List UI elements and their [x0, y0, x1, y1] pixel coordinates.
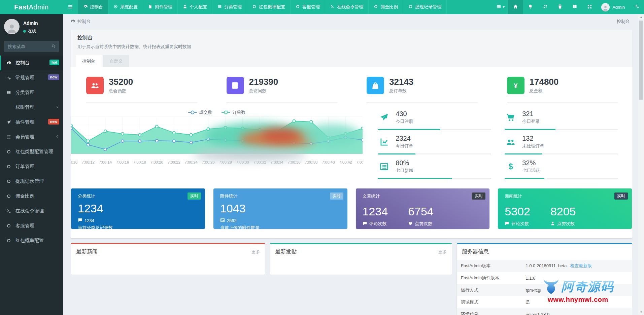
- top-menu-item-3[interactable]: 个人配置: [177, 0, 212, 14]
- sidebar-item-label: 插件管理: [15, 119, 34, 125]
- bottom-row: 最新新闻 更多 最新发贴 更多 服务器信息 FastAdmin版本 1.0.0.…: [71, 243, 632, 315]
- server-info-value: 1.1.6: [521, 272, 632, 284]
- navbar-actions: ▼ Admin: [493, 0, 644, 14]
- legend-item[interactable]: 成交数: [188, 109, 212, 115]
- mini-stat-0: 430 今日注册: [378, 110, 491, 130]
- refresh-button[interactable]: [538, 0, 552, 14]
- top-menu-item-2[interactable]: 附件管理: [143, 0, 177, 14]
- chart-row: 成交数 订单数 7:00:107:00:127:00:147:00:167:00…: [71, 103, 632, 179]
- infobox-3[interactable]: 新闻统计 实时 5302 评论次数 8205 点赞次数: [498, 188, 632, 229]
- sidebar-item-9[interactable]: 佣金比例: [0, 189, 63, 204]
- server-info-key: 运行方式: [457, 284, 521, 296]
- app-logo-bold: Fast: [14, 3, 29, 11]
- svg-text:¥: ¥: [514, 82, 518, 90]
- badge-hot: hot: [49, 60, 59, 65]
- realtime-badge: 实时: [472, 193, 485, 200]
- sidebar-item-6[interactable]: 红包类型配置管理: [0, 144, 63, 159]
- more-link[interactable]: 更多: [251, 249, 260, 255]
- circle-o-icon: [5, 223, 12, 228]
- clear-cache-button[interactable]: [552, 0, 567, 14]
- refresh-icon: [543, 4, 548, 10]
- stat-value: 35200: [109, 77, 133, 87]
- sidebar-item-3[interactable]: 权限管理: [0, 100, 63, 115]
- settings-button[interactable]: [629, 0, 644, 14]
- infobox-0[interactable]: 分类统计 实时 1234 1234 当前分类总记录数: [71, 188, 205, 229]
- card-body: [270, 260, 452, 275]
- circle-o-icon: [5, 238, 12, 243]
- server-info-key: 环境信息: [457, 308, 521, 315]
- top-menu-item-6[interactable]: 客服管理: [290, 0, 325, 14]
- more-link[interactable]: 更多: [438, 249, 447, 255]
- tab-1[interactable]: 自定义: [103, 55, 129, 67]
- user-menu[interactable]: Admin: [597, 0, 629, 14]
- avatar: [601, 3, 610, 11]
- home-button[interactable]: [508, 0, 523, 14]
- hamburger-icon: [68, 4, 73, 10]
- top-menu-item-5[interactable]: 红包概率配置: [247, 0, 290, 14]
- infobox-metric-label: 评论次数: [505, 221, 530, 227]
- top-menu-item-0[interactable]: 控制台: [78, 0, 108, 14]
- latest-posts-card: 最新发贴 更多: [270, 243, 452, 275]
- check-latest-link[interactable]: 检查最新版: [570, 263, 592, 268]
- sidebar-toggle-button[interactable]: [63, 0, 78, 14]
- infobox-2[interactable]: 文章统计 实时 1234 评论次数 6754 点赞次数: [356, 188, 490, 229]
- top-menu-item-8[interactable]: 佣金比例: [368, 0, 403, 14]
- scroll-down-button[interactable]: ▼: [638, 309, 644, 315]
- svg-text:$: $: [509, 162, 513, 171]
- infobox-metric: 8205 点赞次数: [550, 202, 576, 227]
- sidebar-item-label: 权限管理: [15, 104, 34, 110]
- top-menu-item-1[interactable]: 系统配置: [108, 0, 143, 14]
- expand-icon: [587, 4, 592, 10]
- sidebar-item-7[interactable]: 订单管理: [0, 159, 63, 174]
- sidebar-item-8[interactable]: 提现记录管理: [0, 174, 63, 189]
- sidebar-item-10[interactable]: 在线命令管理: [0, 204, 63, 218]
- stat-label: 总访问数: [249, 88, 278, 94]
- infobox-1[interactable]: 附件统计 实时 1043 2592 当前上传的附件数量: [213, 188, 347, 229]
- legend-item[interactable]: 订单数: [222, 109, 245, 115]
- infobox-value: 8205: [550, 205, 576, 218]
- sidebar-item-4[interactable]: 插件管理 new: [0, 115, 63, 130]
- fullscreen-button[interactable]: [582, 0, 597, 14]
- progress-bar: [505, 153, 618, 154]
- sidebar-item-0[interactable]: 控制台 hot: [0, 56, 63, 70]
- sidebar-item-11[interactable]: 客服管理: [0, 218, 63, 233]
- top-menu-label: 红包概率配置: [259, 4, 285, 10]
- server-info-key: 调试模式: [457, 296, 521, 308]
- search-icon[interactable]: [51, 44, 56, 49]
- th-list-icon: [5, 90, 12, 95]
- avatar[interactable]: [4, 19, 20, 34]
- legend-label: 订单数: [232, 109, 245, 115]
- chart-canvas[interactable]: 7:00:107:00:127:00:147:00:167:00:187:00:…: [71, 116, 363, 167]
- stat-value: 32143: [389, 77, 413, 87]
- infobox-metric: 6754 点赞次数: [408, 202, 434, 227]
- tab-0[interactable]: 控制台: [76, 55, 102, 67]
- mini-stat-label: 今日登录: [522, 118, 540, 125]
- infobox-foot: 2592: [220, 218, 341, 223]
- svg-text:7:00:24: 7:00:24: [185, 160, 198, 164]
- docs-button[interactable]: [567, 0, 582, 14]
- sidebar-item-12[interactable]: 红包概率配置: [0, 233, 63, 248]
- mini-stat-label: 七日新增: [396, 168, 413, 174]
- heart-icon: [408, 221, 413, 227]
- notifications-button[interactable]: [523, 0, 538, 14]
- scrollbar-thumb[interactable]: [639, 21, 643, 100]
- quick-menu-button[interactable]: ▼: [493, 0, 508, 14]
- sidebar-item-2[interactable]: 分类管理: [0, 85, 63, 100]
- orders-chart: 成交数 订单数 7:00:107:00:127:00:147:00:167:00…: [71, 109, 363, 179]
- app-logo[interactable]: FastAdmin: [0, 0, 63, 14]
- top-menu-item-4[interactable]: 分类管理: [212, 0, 247, 14]
- scroll-up-button[interactable]: ▲: [638, 14, 644, 20]
- sidebar-item-1[interactable]: 常规管理 new: [0, 70, 63, 85]
- svg-text:7:00:32: 7:00:32: [253, 160, 266, 164]
- breadcrumb-left[interactable]: 控制台: [70, 19, 91, 25]
- realtime-badge: 实时: [614, 193, 628, 200]
- top-menu-item-7[interactable]: 在线命令管理: [325, 0, 368, 14]
- infobox-metric-label: 点赞次数: [550, 221, 576, 227]
- sidebar-item-5[interactable]: 会员管理: [0, 130, 63, 144]
- top-menu-item-9[interactable]: 提现记录管理: [403, 0, 447, 14]
- mini-stat-value: 2324: [396, 135, 413, 142]
- search-input[interactable]: [4, 41, 59, 52]
- infobox-description: 当前上传的附件数量: [220, 225, 341, 231]
- page-scrollbar[interactable]: ▲ ▼: [638, 14, 644, 315]
- progress-bar: [378, 153, 491, 154]
